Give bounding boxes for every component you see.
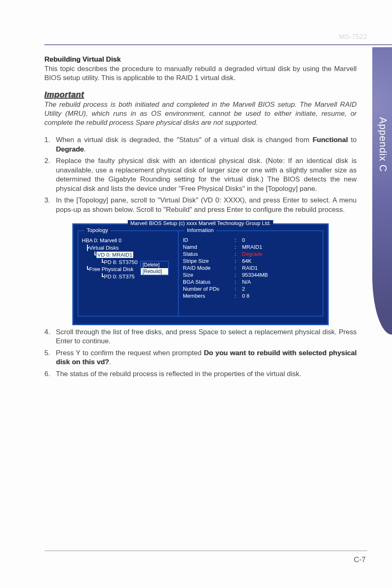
info-val-2: Degrade — [242, 251, 318, 257]
bios-screenshot: Marvell BIOS Setup (c) xxxx Marvell Tech… — [72, 223, 329, 325]
info-val-0: 0 — [242, 237, 318, 243]
tree-vdisks: ┣Virtual Disks — [82, 244, 175, 252]
step-4: Scroll through the list of free disks, a… — [44, 328, 357, 346]
bios-topology-label: Topology — [84, 227, 111, 233]
steps-lower: Scroll through the list of free disks, a… — [44, 328, 357, 379]
info-val-5: 953344MB — [242, 272, 318, 278]
bios-info-label: Information — [184, 227, 216, 233]
info-lbl-4: RAID Mode — [183, 265, 232, 271]
side-tab: Appendix C — [372, 47, 392, 335]
step-1-text-a: When a virtual disk is degraded, the "St… — [56, 136, 312, 144]
info-val-8: 0 8 — [242, 293, 318, 299]
info-lbl-1: Namd — [183, 244, 232, 250]
tree-vd0-label: VD 0: MRAID1 — [97, 252, 133, 258]
step-2: Replace the faulty physical disk with an… — [44, 156, 357, 193]
doc-id: MS-7522 — [339, 33, 367, 41]
info-val-1: MRAID1 — [242, 244, 318, 250]
step-1-bold-1: Functional — [312, 136, 348, 144]
info-lbl-2: Status — [183, 251, 232, 257]
info-lbl-3: Stripe Size — [183, 258, 232, 264]
intro-paragraph: This topic describes the procedure to ma… — [44, 64, 357, 83]
step-5-text-c: . — [109, 358, 111, 366]
bios-topology-panel: Topology HBA 0: Marvell 0 ┣Virtual Disks… — [78, 230, 178, 317]
info-lbl-8: Members — [183, 293, 232, 299]
step-1-text-c: to — [348, 136, 357, 144]
bios-info-grid: ID:0 Namd:MRAID1 Status:Degrade Stripe S… — [183, 237, 318, 299]
step-5-text-a: Press Y to confirm the request when prom… — [56, 349, 204, 357]
step-1: When a virtual disk is degraded, the "St… — [44, 136, 357, 154]
menu-rebuild[interactable]: [Rebuild] — [141, 268, 168, 275]
tree-vd0[interactable]: ┗VD 0: MRAID1 — [82, 251, 175, 259]
bios-info-panel: Information ID:0 Namd:MRAID1 Status:Degr… — [178, 230, 323, 317]
step-6: The status of the rebuild process is ref… — [44, 370, 357, 379]
step-1-text-e: . — [84, 145, 86, 153]
info-val-3: 64K — [242, 258, 318, 264]
tree-vdisks-label: Virtual Disks — [89, 245, 119, 251]
step-1-bold-2: Degrade — [56, 145, 84, 153]
steps-upper: When a virtual disk is degraded, the "St… — [44, 136, 357, 214]
tree-pd0-label: PD 0: ST375 — [104, 273, 134, 280]
tree-pd8-label: PD 8: ST3750 — [104, 259, 138, 265]
info-val-7: 2 — [242, 286, 318, 292]
step-5: Press Y to confirm the request when prom… — [44, 349, 357, 367]
important-body: The rebuild process is both initiated an… — [44, 100, 357, 127]
header-divider — [44, 44, 392, 45]
side-tab-label: Appendix C — [377, 117, 389, 172]
menu-delete[interactable]: [Delete] — [141, 262, 168, 268]
important-heading: Important — [44, 90, 357, 99]
bios-title: Marvell BIOS Setup (c) xxxx Marvell Tech… — [128, 220, 273, 226]
info-lbl-6: BGA Status — [183, 279, 232, 285]
page-number: C-7 — [354, 556, 366, 564]
section-title: Rebuilding Virtual Disk — [44, 55, 357, 64]
step-3: In the [Topology] pane, scroll to "Virtu… — [44, 196, 357, 214]
tree-hba: HBA 0: Marvell 0 — [82, 237, 175, 244]
footer-divider — [44, 551, 367, 551]
info-val-6: N/A — [242, 279, 318, 285]
bios-context-menu: [Delete] [Rebuild] — [140, 261, 169, 276]
tree-freepd-label: Free Physical Disk — [89, 266, 134, 272]
info-lbl-0: ID — [183, 237, 232, 243]
info-lbl-5: Size — [183, 272, 232, 278]
info-val-4: RAID1 — [242, 265, 318, 271]
info-lbl-7: Number of PDs — [183, 286, 232, 292]
